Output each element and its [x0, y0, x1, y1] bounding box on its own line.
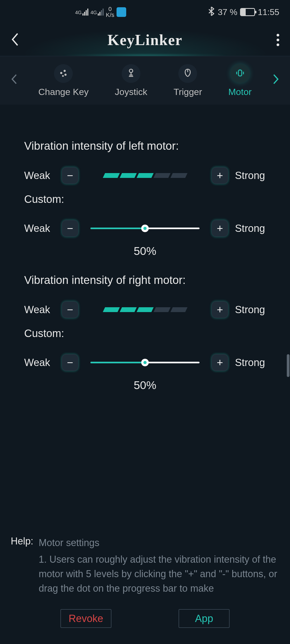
tab-label: Change Key	[38, 87, 89, 97]
status-bar: 4G 4G 0 K/s 37 % 11:55	[0, 0, 290, 24]
data-rate: 0 K/s	[106, 6, 114, 18]
svg-point-3	[62, 75, 64, 76]
strong-label: Strong	[235, 357, 266, 368]
tab-label: Joystick	[115, 87, 147, 97]
left-level-minus-button[interactable]: −	[62, 167, 78, 184]
help-body: 1. Users can roughly adjust the vibratio…	[39, 552, 279, 596]
right-level-minus-button[interactable]: −	[62, 301, 78, 318]
app-button[interactable]: App	[179, 609, 230, 628]
left-custom-label: Custom:	[24, 193, 266, 205]
right-custom-slider[interactable]	[90, 362, 200, 363]
right-level-plus-button[interactable]: +	[212, 301, 228, 318]
battery-icon	[240, 8, 255, 16]
svg-point-2	[64, 74, 67, 76]
svg-point-1	[64, 70, 66, 72]
left-motor-title: Vibration intensity of left motor:	[24, 140, 266, 152]
bluetooth-icon	[208, 6, 215, 18]
help-label: Help:	[11, 536, 33, 596]
weak-label: Weak	[24, 357, 55, 368]
tab-joystick[interactable]: Joystick	[115, 64, 147, 97]
svg-rect-5	[238, 70, 242, 76]
weak-label: Weak	[24, 223, 55, 234]
motor-icon	[235, 68, 245, 79]
right-slider-value: 50%	[134, 379, 156, 391]
clock: 11:55	[258, 7, 279, 17]
left-custom-plus-button[interactable]: +	[212, 220, 228, 237]
scroll-indicator[interactable]	[287, 354, 289, 377]
app-title: KeyLinker	[107, 31, 182, 49]
strong-label: Strong	[235, 304, 266, 316]
tab-scroll-left[interactable]	[8, 71, 20, 90]
right-custom-plus-button[interactable]: +	[212, 354, 228, 371]
change-key-icon	[58, 68, 68, 79]
right-motor-title: Vibration intensity of right motor:	[24, 274, 266, 287]
left-slider-value: 50%	[134, 245, 156, 257]
signal-1: 4G	[75, 9, 88, 16]
tab-trigger[interactable]: Trigger	[173, 64, 202, 97]
tab-scroll-right[interactable]	[270, 71, 282, 90]
trigger-icon	[183, 68, 193, 79]
svg-point-0	[60, 72, 63, 74]
strong-label: Strong	[235, 223, 266, 234]
battery-percent: 37 %	[218, 7, 237, 17]
right-custom-minus-button[interactable]: −	[62, 354, 78, 371]
right-custom-label: Custom:	[24, 327, 266, 339]
weak-label: Weak	[24, 304, 55, 316]
back-button[interactable]	[11, 33, 19, 47]
left-custom-minus-button[interactable]: −	[62, 220, 78, 237]
tab-motor[interactable]: Motor	[228, 64, 252, 97]
signal-2: 4G	[90, 9, 104, 16]
overflow-menu-button[interactable]	[277, 34, 279, 46]
strong-label: Strong	[235, 170, 266, 181]
tab-label: Motor	[228, 87, 252, 97]
left-custom-slider[interactable]	[90, 228, 200, 229]
left-level-indicator	[85, 173, 205, 178]
left-level-plus-button[interactable]: +	[212, 167, 228, 184]
tab-bar: Change Key Joystick Trigger Motor	[0, 56, 290, 105]
help-section: Help: Motor settings 1. Users can roughl…	[0, 536, 290, 596]
weak-label: Weak	[24, 170, 55, 181]
svg-point-4	[129, 69, 133, 72]
revoke-button[interactable]: Revoke	[60, 609, 111, 628]
tab-change-key[interactable]: Change Key	[38, 64, 89, 97]
app-status-icon	[117, 7, 126, 17]
header: KeyLinker	[0, 24, 290, 56]
help-title: Motor settings	[39, 536, 279, 550]
right-level-indicator	[85, 307, 205, 312]
tab-label: Trigger	[173, 87, 202, 97]
joystick-icon	[126, 68, 136, 79]
